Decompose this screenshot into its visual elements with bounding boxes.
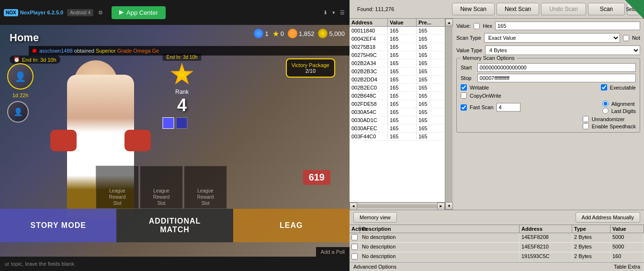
- writable-checkbox[interactable]: [461, 84, 467, 90]
- writable-label: Writable: [470, 85, 489, 90]
- table-row[interactable]: 002B2B3C 165 165: [350, 68, 445, 76]
- bottom-buttons: STORY MODE ADDITIONALMATCH LEAG: [0, 209, 350, 242]
- row-prev: 165: [417, 51, 445, 59]
- ce-footer: Advanced Options Table Extra: [350, 262, 644, 271]
- memory-view-button[interactable]: Memory view: [353, 212, 397, 223]
- app-center-button[interactable]: App Center: [112, 6, 166, 19]
- row-address: 00011840: [350, 27, 388, 34]
- copyonwrite-checkbox[interactable]: [461, 92, 467, 99]
- game-home-label: Home: [10, 32, 39, 44]
- alignment-radio[interactable]: [602, 101, 609, 107]
- undo-scan-button[interactable]: Undo Scan: [541, 3, 586, 15]
- table-row[interactable]: No description 191593C5C 2 Bytes 160: [350, 252, 644, 262]
- table-row[interactable]: 0030A54C 165 165: [350, 108, 445, 116]
- play-icon: [119, 10, 124, 15]
- table-row[interactable]: 00275H9C 165 165: [350, 51, 445, 59]
- add-address-manually-button[interactable]: Add Address Manually: [576, 212, 640, 223]
- table-row[interactable]: 0030AD1C 165 165: [350, 116, 445, 124]
- scroll-right-btn[interactable]: ►: [437, 203, 445, 210]
- download-icon[interactable]: ⬇: [322, 9, 328, 17]
- stop-input[interactable]: [477, 74, 636, 82]
- scroll-track[interactable]: [357, 204, 437, 208]
- value-type-label: Value Type: [456, 47, 482, 53]
- scan-type-label: Scan Type: [456, 35, 481, 41]
- scroll-track-v[interactable]: [445, 26, 452, 202]
- gold-value: 5,000: [329, 30, 345, 37]
- list-vscroll[interactable]: ▲ ▼: [445, 19, 452, 210]
- new-scan-button[interactable]: New Scan: [452, 3, 495, 15]
- gold-icon: [318, 29, 328, 38]
- additional-match-button[interactable]: ADDITIONALMATCH: [116, 209, 233, 242]
- table-row[interactable]: 0030AFEC 165 165: [350, 124, 445, 133]
- executable-checkbox[interactable]: [601, 84, 607, 90]
- reward-slot-3[interactable]: LeagueRewardSlot: [184, 166, 227, 209]
- fastscan-input[interactable]: [497, 103, 520, 112]
- scroll-down-btn[interactable]: ▼: [445, 202, 453, 210]
- addr-description: No description: [360, 243, 520, 252]
- scroll-left-btn[interactable]: ◄: [350, 203, 357, 210]
- status-message: ur topic, leave the fields blank.: [5, 261, 76, 267]
- table-row[interactable]: 00011840 165 165: [350, 27, 445, 35]
- addr-type: 2 Bytes: [572, 243, 610, 252]
- table-row[interactable]: 002B2A34 165 165: [350, 59, 445, 68]
- league-button[interactable]: LEAG: [233, 209, 350, 242]
- start-input[interactable]: [477, 63, 636, 72]
- memory-scan-options-title: Memory Scan Options: [461, 55, 517, 61]
- scan-type-select[interactable]: Exact Value Bigger than... Smaller than.…: [484, 33, 620, 43]
- victory-label: Victory Package: [292, 62, 329, 68]
- more-icon[interactable]: ▾: [331, 9, 336, 17]
- speedhack-row: Enable Speedhack: [583, 123, 636, 129]
- row-prev: 165: [417, 43, 445, 51]
- not-checkbox[interactable]: [623, 35, 629, 41]
- row-active-checkbox[interactable]: [351, 244, 358, 250]
- unrandomizer-label: Unrandomizer: [592, 116, 625, 122]
- story-mode-button[interactable]: STORY MODE: [0, 209, 116, 242]
- game-panel: NOX NoxPlayer 6.2.5.0 Android 4 ⚙ App Ce…: [0, 0, 350, 271]
- stop-label: Stop: [461, 75, 475, 81]
- scroll-up-btn[interactable]: ▲: [445, 19, 453, 26]
- victory-package[interactable]: Victory Package 2/10: [286, 58, 335, 78]
- table-row[interactable]: 002FDE58 165 165: [350, 100, 445, 108]
- reward-slot-2[interactable]: LeagueRewardSlot: [140, 166, 183, 209]
- row-active-checkbox[interactable]: [351, 234, 358, 240]
- row-prev: 165: [417, 124, 445, 132]
- unrandomizer-checkbox[interactable]: [583, 116, 589, 122]
- settings-icon[interactable]: ⚙: [97, 9, 104, 17]
- scan-button[interactable]: Scan: [588, 3, 625, 15]
- value-input[interactable]: [495, 22, 640, 30]
- nox-topbar: NOX NoxPlayer 6.2.5.0 Android 4 ⚙ App Ce…: [0, 0, 350, 25]
- gold-item: 5,000: [318, 29, 345, 38]
- last-digits-radio[interactable]: [602, 108, 609, 114]
- next-scan-button[interactable]: Next Scan: [497, 3, 539, 15]
- value-row: Value: Hex: [456, 22, 640, 30]
- reward-slot-1[interactable]: LeagueRewardSlot: [96, 166, 139, 209]
- table-row[interactable]: 002B2EC0 165 165: [350, 84, 445, 92]
- menu-icon[interactable]: ☰: [339, 9, 346, 17]
- table-row[interactable]: No description 14E5F8210 2 Bytes 5000: [350, 243, 644, 252]
- value-type-select[interactable]: 1 Byte 2 Bytes 4 Bytes 8 Bytes Float Dou…: [485, 45, 640, 55]
- active-col-header: Active: [350, 225, 360, 233]
- type-col-header: Type: [572, 225, 610, 233]
- table-row[interactable]: 002B648C 165 165: [350, 92, 445, 100]
- end-in-text: End In: 3d 10h: [162, 54, 201, 61]
- table-row[interactable]: 00042EF4 165 165: [350, 35, 445, 43]
- table-row[interactable]: 002B2DD4 165 165: [350, 76, 445, 84]
- table-row[interactable]: No description 14E5F8208 2 Bytes 5000: [350, 233, 644, 243]
- fastscan-checkbox[interactable]: [461, 104, 467, 111]
- row-address: 00275H9C: [350, 51, 388, 59]
- memory-scan-options-content: Start Stop Writable Executable: [461, 63, 636, 129]
- advanced-options-label: Advanced Options: [353, 264, 396, 270]
- speedhack-checkbox[interactable]: [583, 123, 589, 129]
- list-hscroll[interactable]: ◄ ►: [350, 202, 445, 210]
- last-digits-label: Last Digits: [611, 108, 636, 114]
- row-value: 165: [388, 116, 417, 124]
- player-avatar-2[interactable]: 👤: [7, 101, 29, 123]
- add-a-poll[interactable]: Add a Poll: [316, 247, 350, 257]
- table-row[interactable]: 003F44C0 165 165: [350, 133, 445, 141]
- table-row[interactable]: 00275B18 165 165: [350, 43, 445, 51]
- ce-options-panel: Value: Hex Scan Type Exact Value Bigger …: [452, 19, 644, 210]
- hex-checkbox[interactable]: [474, 23, 480, 29]
- player-avatar-1[interactable]: 👤: [7, 63, 34, 90]
- row-active-checkbox[interactable]: [351, 253, 358, 260]
- add-poll-label: Add a Poll: [321, 249, 345, 255]
